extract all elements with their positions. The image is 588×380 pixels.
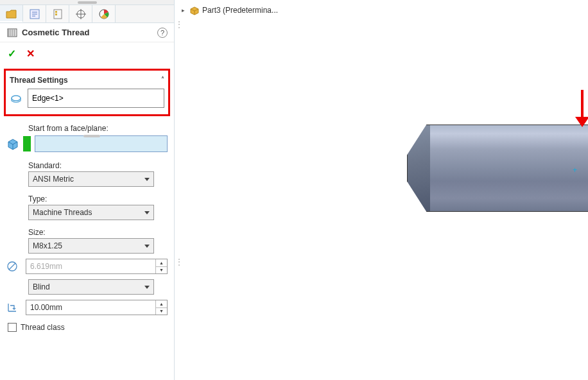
part-icon	[189, 5, 200, 15]
thread-settings-section: Thread Settings ˄	[4, 69, 170, 116]
size-label: Size:	[0, 223, 174, 238]
svg-rect-2	[55, 11, 57, 13]
depth-row: ▲▼	[0, 297, 174, 318]
type-select[interactable]: Machine Threads	[28, 205, 154, 220]
splitter-handle-mid[interactable]: ⋮	[175, 257, 184, 267]
svg-point-7	[12, 96, 21, 101]
tab-feature-manager[interactable]	[0, 5, 23, 22]
type-value: Machine Threads	[33, 208, 92, 217]
tab-dimxpert[interactable]	[69, 5, 92, 22]
breadcrumb[interactable]: ▸ Part3 (Predetermina...	[180, 5, 278, 15]
section-title: Thread Settings	[10, 76, 68, 85]
end-condition-select[interactable]: Blind	[28, 279, 154, 295]
edge-input[interactable]	[28, 89, 164, 108]
thread-class-checkbox[interactable]	[8, 323, 17, 332]
depth-icon	[6, 302, 18, 313]
thread-class-row: Thread class	[0, 318, 174, 337]
depth-value[interactable]	[26, 300, 155, 315]
cancel-button[interactable]: ✕	[26, 48, 35, 60]
diameter-value[interactable]	[26, 259, 155, 273]
shaft-body	[430, 125, 588, 212]
face-icon	[6, 137, 19, 150]
confirm-cancel-row: ✓ ✕	[0, 42, 174, 65]
tab-display-manager[interactable]	[92, 5, 116, 22]
type-label: Type:	[0, 189, 174, 205]
standard-select[interactable]: ANSI Metric	[28, 171, 154, 187]
model-shaft	[407, 125, 588, 212]
property-icon	[29, 8, 40, 20]
depth-spinner[interactable]: ▲▼	[155, 300, 167, 315]
breadcrumb-collapse-icon[interactable]: ▸	[180, 7, 187, 14]
diameter-spinner[interactable]: ▲▼	[155, 259, 167, 273]
tab-config-manager[interactable]	[46, 5, 69, 22]
ok-button[interactable]: ✓	[8, 48, 16, 60]
edge-selection-row	[10, 89, 164, 108]
help-icon[interactable]: ?	[157, 28, 168, 38]
panel-tab-bar	[0, 5, 174, 23]
diameter-icon	[6, 261, 18, 272]
crosshair-icon	[75, 8, 87, 20]
annotation-arrow	[574, 90, 588, 126]
panel-title: Cosmetic Thread	[22, 28, 153, 37]
breadcrumb-label: Part3 (Predetermina...	[202, 6, 278, 15]
end-condition-value: Blind	[33, 282, 50, 291]
size-value: M8x1.25	[33, 241, 62, 250]
origin-marker: +	[573, 166, 577, 175]
graphics-viewport[interactable]: ▸ Part3 (Predetermina... +	[175, 0, 588, 380]
splitter-handle-top[interactable]: ⋮	[175, 19, 184, 30]
folder-icon	[6, 8, 17, 19]
size-select[interactable]: M8x1.25	[28, 238, 154, 254]
diameter-row: ▲▼	[0, 256, 174, 277]
appearance-icon	[98, 8, 110, 20]
standard-label: Standard:	[0, 156, 174, 171]
standard-value: ANSI Metric	[33, 175, 74, 184]
drag-handle[interactable]	[82, 135, 101, 139]
circular-edge-icon	[10, 92, 22, 105]
cosmetic-thread-icon	[6, 27, 18, 39]
panel-collapse-handle[interactable]	[0, 0, 174, 5]
thread-class-label: Thread class	[21, 323, 65, 332]
selection-active-marker	[23, 136, 31, 151]
config-icon	[52, 8, 64, 20]
shaft-chamfer	[407, 125, 431, 212]
svg-rect-3	[55, 13, 57, 15]
chevron-up-icon: ˄	[161, 76, 164, 85]
svg-rect-1	[54, 10, 62, 19]
start-from-label: Start from a face/plane:	[0, 120, 174, 135]
panel-title-row: Cosmetic Thread ?	[0, 23, 174, 42]
property-panel: Cosmetic Thread ? ✓ ✕ Thread Settings ˄ …	[0, 0, 175, 380]
depth-input[interactable]: ▲▼	[26, 300, 168, 315]
diameter-input[interactable]: ▲▼	[26, 259, 168, 274]
tab-property-manager[interactable]	[23, 5, 46, 22]
section-header[interactable]: Thread Settings ˄	[10, 74, 164, 89]
